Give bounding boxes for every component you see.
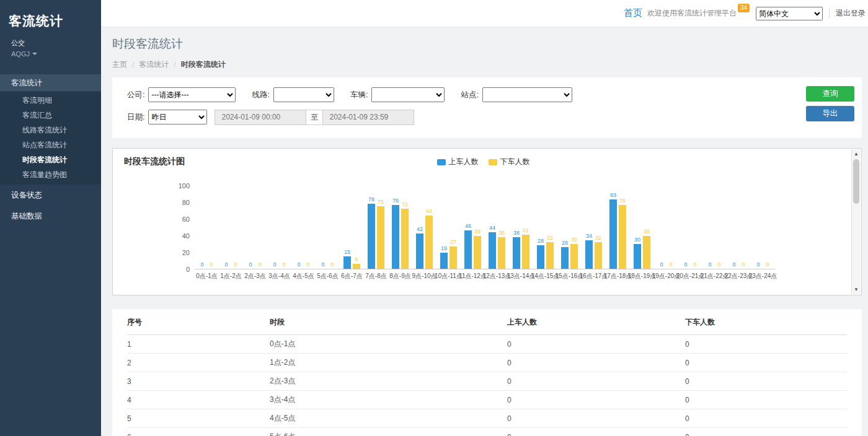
date-start-input[interactable] [215,110,306,125]
notification-badge[interactable]: 34 [738,4,750,12]
bar-group: 837617点-18点 [606,186,630,269]
legend-item[interactable]: 下车人数 [489,157,530,167]
bar-value-label: 30 [634,237,640,243]
home-link[interactable]: 首页 [624,7,642,19]
scrollbar-up-arrow-icon[interactable] [852,149,861,159]
app-root: 客流统计 公交 AQGJ 客流统计 客流明细 客流汇总 线路客流统计 站点客流统… [0,0,868,436]
company-label: 公司: [127,90,144,100]
x-axis-label: 1点-2点 [220,272,241,281]
bar-value-label: 27 [450,239,456,245]
sidebar-section-base-data[interactable]: 基础数据 [0,206,101,227]
date-preset-select[interactable]: 昨日 [148,110,207,124]
bar-value-label: 0 [717,261,720,268]
table-cell: 0 [685,335,847,354]
table-cell: 4 [127,391,270,409]
sidebar-menu: 客流统计 客流明细 客流汇总 线路客流统计 站点客流统计 时段客流统计 客流量趋… [0,74,101,227]
sidebar-item-line-stats[interactable]: 线路客流统计 [0,123,101,137]
bar [368,204,375,269]
table-cell: 5 [127,409,270,428]
sidebar-item-station-stats[interactable]: 站点客流统计 [0,137,101,152]
sidebar-section-passenger-stats[interactable]: 客流统计 [0,74,101,92]
bar-group: 443812点-13点 [485,186,509,269]
header-index: 序号 [127,309,270,335]
scrollbar-thumb[interactable] [853,159,859,204]
y-tick-label: 80 [182,199,190,206]
sidebar-item-passenger-summary[interactable]: 客流汇总 [0,108,101,123]
bar-value-label: 0 [766,261,769,268]
bar-value-label: 0 [282,261,285,268]
bar-value-label: 72 [402,201,408,207]
bar-value-label: 32 [547,235,553,241]
bar-value-label: 75 [378,199,384,205]
bar [619,205,626,269]
table-row: 54点-5点00 [127,409,847,428]
y-tick-label: 20 [182,249,190,256]
chart-scrollbar[interactable] [851,149,861,294]
bar-group: 343216点-17点 [582,186,606,269]
station-select[interactable] [482,87,572,102]
chart-plot: 000点-1点001点-2点002点-3点003点-4点004点-5点005点-… [195,186,775,269]
bar [561,247,569,269]
bar-value-label: 0 [234,261,237,268]
x-axis-label: 23点-24点 [749,272,777,281]
bar-value-label: 0 [306,261,309,268]
sidebar-item-trend-chart[interactable]: 客流量趋势图 [0,167,101,182]
table-cell: 5点-6点 [270,428,507,436]
sidebar-item-period-stats[interactable]: 时段客流统计 [0,152,101,167]
line-select[interactable] [273,87,334,102]
legend-label: 下车人数 [500,157,530,167]
language-select[interactable]: 简体中文 [756,7,823,20]
bar-value-label: 0 [708,261,711,268]
bar-value-label: 28 [538,238,544,244]
chart-legend: 上车人数下车人数 [437,157,530,167]
vehicle-select[interactable] [371,87,445,102]
bar-group: 003点-4点 [267,186,291,269]
date-end-input[interactable] [322,110,414,125]
filter-row-1: 公司: ---请选择--- 线路: 车辆: 站点: [127,86,862,103]
bar-group: 005点-6点 [316,186,340,269]
breadcrumb-home[interactable]: 主页 [112,59,127,70]
bar [440,253,448,269]
table-cell: 1点-2点 [270,354,507,372]
bar-group: 0023点-24点 [751,186,775,269]
x-axis-label: 6点-7点 [341,272,362,281]
bar-value-label: 0 [660,261,663,268]
bar-value-label: 0 [258,261,261,268]
bar-value-label: 0 [200,261,203,268]
logout-link[interactable]: 退出登录 [836,8,866,19]
bar-value-label: 0 [669,261,672,268]
table-cell: 1 [127,335,270,354]
filter-panel: 公司: ---请选择--- 线路: 车辆: 站点: 日期: 昨日 至 [112,77,862,138]
query-button[interactable]: 查询 [806,86,854,102]
sidebar-item-passenger-detail[interactable]: 客流明细 [0,93,101,108]
x-axis-label: 5点-6点 [317,272,338,281]
bar-value-label: 26 [562,240,568,246]
bar-value-label: 44 [489,225,495,231]
bar-value-label: 0 [273,261,276,268]
breadcrumb-passenger-stats[interactable]: 客流统计 [139,59,169,70]
export-button[interactable]: 导出 [806,106,854,121]
bar [392,205,399,269]
x-axis-label: 4点-5点 [293,272,314,281]
bar-value-label: 19 [441,245,447,251]
bar [416,233,423,269]
y-tick-label: 40 [182,232,190,240]
table-cell: 0 [507,372,685,391]
bar-value-label: 0 [224,261,228,268]
bar-group: 000点-1点 [195,186,219,269]
table-row: 32点-3点00 [127,372,847,391]
bar-group: 78757点-8点 [364,186,388,269]
main-content: 首页 欢迎使用客流统计管理平台 34 简体中文 退出登录 时段客流统计 主页 客… [101,0,868,436]
legend-swatch [489,159,497,165]
legend-label: 上车人数 [449,157,479,167]
bar-value-label: 41 [523,227,529,233]
company-select[interactable]: ---请选择--- [148,87,236,102]
table-cell: 0 [507,409,685,428]
org-code-dropdown[interactable]: AQGJ [11,50,37,58]
bar-value-label: 83 [610,192,616,198]
legend-item[interactable]: 上车人数 [437,157,479,167]
scrollbar-down-arrow-icon[interactable] [852,285,861,294]
x-axis-label: 0点-1点 [196,272,217,281]
table-cell: 0 [685,354,847,372]
sidebar-section-device-status[interactable]: 设备状态 [0,185,101,206]
